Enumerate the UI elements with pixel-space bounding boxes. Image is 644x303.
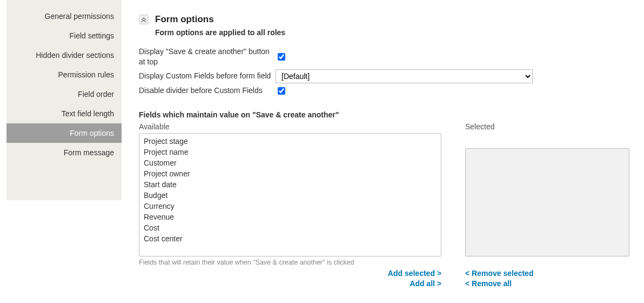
sidebar-item-field-order[interactable]: Field order	[6, 84, 122, 104]
available-label: Available	[139, 122, 441, 131]
section-subtitle: Form options are applied to all roles	[155, 28, 633, 37]
checkbox-save-create[interactable]	[278, 53, 285, 61]
sidebar-item-general-permissions[interactable]: General permissions	[6, 6, 122, 26]
list-item[interactable]: Start date	[142, 179, 439, 190]
add-all-link[interactable]: Add all >	[139, 279, 441, 289]
sidebar-item-form-options[interactable]: Form options	[6, 123, 122, 143]
list-item[interactable]: Revenue	[142, 212, 439, 222]
sidebar-item-form-message[interactable]: Form message	[6, 143, 122, 162]
main-panel: Form options Form options are applied to…	[122, 0, 644, 303]
list-item[interactable]: Cost center	[142, 233, 439, 244]
helper-text: Fields that will retain their value when…	[139, 259, 441, 266]
selected-label: Selected	[465, 122, 629, 131]
selected-list[interactable]	[465, 148, 629, 256]
list-item[interactable]: Customer	[142, 157, 439, 168]
sidebar-item-hidden-divider-sections[interactable]: Hidden divider sections	[6, 45, 122, 65]
list-item[interactable]: Project owner	[142, 168, 439, 179]
list-item[interactable]: Project name	[142, 147, 439, 157]
list-item[interactable]: Currency	[142, 201, 439, 212]
label-save-create: Display "Save & create another" button a…	[139, 47, 271, 67]
sidebar: General permissions Field settings Hidde…	[6, 0, 122, 200]
label-disable-divider: Disable divider before Custom Fields	[139, 85, 271, 96]
checkbox-disable-divider[interactable]	[278, 87, 285, 95]
section-title: Form options	[155, 14, 214, 25]
sidebar-item-permission-rules[interactable]: Permission rules	[6, 65, 122, 84]
maintain-title: Fields which maintain value on "Save & c…	[139, 110, 633, 119]
label-custom-before: Display Custom Fields before form field	[139, 71, 271, 81]
select-custom-before[interactable]: [Default]	[276, 69, 533, 83]
list-item[interactable]: Cost	[142, 222, 439, 233]
remove-all-link[interactable]: < Remove all	[465, 279, 629, 289]
sidebar-item-field-settings[interactable]: Field settings	[6, 26, 122, 45]
available-list[interactable]: Project stageProject nameCustomerProject…	[139, 133, 441, 256]
sidebar-item-text-field-length[interactable]: Text field length	[6, 104, 122, 123]
list-item[interactable]: Project stage	[142, 136, 439, 147]
remove-selected-link[interactable]: < Remove selected	[465, 268, 629, 279]
list-item[interactable]: Budget	[142, 190, 439, 201]
collapse-icon[interactable]	[139, 15, 149, 24]
add-selected-link[interactable]: Add selected >	[139, 268, 441, 279]
